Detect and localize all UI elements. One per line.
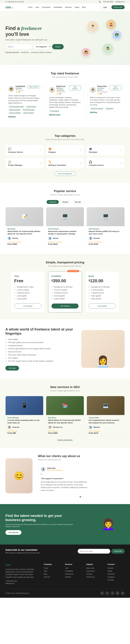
green-cta-content: Find the talent needed to get your busin… [6, 514, 73, 535]
freelancer-tags-2: Proofreading [49, 110, 81, 112]
hero-section: Find a freelancer you'll love Over 2000+… [0, 11, 130, 65]
search-button[interactable]: Search [52, 44, 64, 49]
nav-pages[interactable]: Pages [75, 6, 80, 8]
social-linkedin[interactable]: in [100, 591, 104, 595]
testimonials-image: 😊 [6, 458, 33, 493]
cta-illustration: 👩‍💼 [96, 355, 110, 368]
footer-link-facebook[interactable]: Facebook [107, 573, 114, 575]
social-twitter[interactable]: t [105, 591, 109, 595]
new-service-title-1: A social media marketing video or any em… [8, 419, 41, 424]
cat-plus-dev: + [120, 149, 122, 152]
cat-plus-wt: + [80, 162, 82, 165]
view-service-btn-3[interactable]: View Service [109, 85, 122, 90]
get-started-trial[interactable]: Get Started [14, 304, 41, 308]
get-started-extended[interactable]: Get Started [51, 304, 79, 308]
freelancer-details-2: David Lee Writing & Translation 📍 New Yo… [56, 85, 69, 95]
social-facebook[interactable]: f [110, 591, 114, 595]
category-product-manager[interactable]: 📋 Product Manager + [6, 158, 44, 169]
social-youtube[interactable]: yt [121, 591, 124, 595]
cta-content: A whole world of freelance talent at you… [6, 327, 76, 370]
freelancer-card-3: 👩‍💼 Jenny Kim Customer Service 📍 Los Ang… [87, 82, 124, 121]
popular-tag-animation[interactable]: Animation & Motion Graphics [31, 52, 52, 53]
tag-tech: Technical Writing [8, 112, 22, 114]
footer-link-blog[interactable]: Blog [44, 573, 47, 575]
footer-link-jobs2[interactable]: Jobs [65, 567, 68, 569]
social-instagram[interactable]: ig [116, 591, 119, 595]
freelancer-avatar-3: 👩‍💼 [90, 87, 96, 93]
nav-services[interactable]: Services [65, 6, 72, 8]
nav-home[interactable]: Home [28, 6, 33, 8]
service-tabs: Featured Newest Top rate [6, 200, 124, 204]
view-service-btn-2[interactable]: View Service [69, 85, 81, 90]
footer-link-services[interactable]: Services [44, 576, 50, 578]
category-designer[interactable]: 🎨 Designer + [46, 145, 84, 156]
footer-link-freelancers2[interactable]: Freelancers [86, 570, 95, 572]
nav-candidates[interactable]: Candidates [53, 6, 62, 8]
cat-name-dev: Developer [89, 151, 97, 153]
service-body-3: UX/UI Designer Remote Desktop (RDP) GUI … [87, 226, 124, 247]
nav-blog[interactable]: Blog [82, 6, 86, 8]
footer-link-timeline[interactable]: Timeline [65, 576, 71, 578]
category-select[interactable]: All Categories [33, 44, 51, 49]
post-job-button[interactable]: Post a Job [111, 5, 124, 9]
footer-link-timeline2[interactable]: Timeline [86, 573, 92, 575]
login-button[interactable]: Login [100, 5, 110, 9]
new-service-image-1: 📱 [6, 396, 43, 415]
tab-newest[interactable]: Newest [60, 200, 71, 204]
category-customer-service[interactable]: 💬 Customer Service + [6, 145, 44, 156]
cta-feature-7: 24/7 support [6, 356, 76, 360]
cta-feature-4: Find the right freelancer for your proje… [6, 347, 76, 350]
cat-icon-dev: 💻 [89, 147, 97, 150]
feature-trial-1: Package live for 3 days [14, 286, 41, 288]
get-started-basic[interactable]: Get Started [89, 304, 116, 308]
new-service-price-3: From $170 [89, 432, 122, 434]
categories-title: Top categories [6, 134, 124, 138]
new-service-category-1: Project Manager [8, 417, 41, 418]
footer-link-help[interactable]: Help center [86, 567, 95, 569]
green-cta-button[interactable]: Get Started [6, 530, 21, 535]
new-services-title: New services in SEO [6, 385, 124, 389]
footer-support-links: Help center Freelancers Timeline Freelan… [86, 567, 103, 578]
hero-avatar-4: 👩‍🎨 [102, 43, 114, 54]
newsletter-subscribe-button[interactable]: Subscribe [111, 549, 124, 554]
footer-link-freelancers3[interactable]: Freelancers [86, 576, 95, 578]
category-writing[interactable]: ✏️ Writing & Translation + [46, 158, 84, 169]
footer-link-twitter[interactable]: Twitter [107, 570, 112, 572]
nav-companies[interactable]: Companies [42, 6, 51, 8]
tab-featured[interactable]: Featured [47, 200, 59, 204]
new-service-provider-3: 👤 Marsten [89, 426, 122, 429]
popular-tag-wordpress[interactable]: WordPress, [21, 52, 29, 53]
footer-link-linkedin[interactable]: LinkedIn [107, 567, 113, 569]
cta-feature-5: Save and secure [6, 350, 76, 353]
pricing-price-trial: Free [14, 278, 41, 283]
view-all-categories: View all categories [6, 172, 124, 176]
search-input[interactable] [6, 44, 32, 49]
footer-link-jobs[interactable]: Jobs [44, 570, 47, 572]
service-provider-3: 👤 Evertsm [89, 236, 122, 240]
footer-link-youtube[interactable]: YouTube [107, 579, 114, 581]
cat-content-des: 🎨 Designer [48, 147, 56, 153]
category-customer-service-2[interactable]: 🎧 Customer Service + [86, 158, 124, 169]
footer-link-freelancers[interactable]: Freelancers [65, 573, 74, 575]
view-service-btn-1[interactable]: View Service [27, 85, 40, 89]
tab-top-rate[interactable]: Top rate [72, 200, 83, 204]
service-category-1: Blog Editor [8, 228, 41, 230]
view-all-categories-button[interactable]: View all categories [54, 172, 76, 176]
service-body-2: UX/UI Designer Responsive Squarespace we… [46, 226, 84, 247]
newsletter-input[interactable] [78, 549, 110, 554]
footer-link-instagram[interactable]: Instagram [107, 576, 114, 578]
nav-jobs[interactable]: Jobs [35, 6, 39, 8]
category-developer[interactable]: 💻 Developer + [86, 145, 124, 156]
feature-ext-2: 10 service posting [51, 288, 79, 292]
new-service-title-2: eBook Writer for Professionally Written … [48, 419, 82, 424]
quote-mark: " [41, 473, 89, 477]
cta-start-button[interactable]: Get Start [6, 366, 19, 370]
explore-services-link[interactable]: Explore all services [6, 439, 124, 441]
newsletter-title: Subscribe to our newsletter [6, 548, 40, 552]
reviewer-avatar: 👤 [41, 467, 46, 472]
popular-searches: Popular Searches: WordPress, Animation &… [6, 52, 64, 53]
new-service-body-3: Content Editor Get comprehensive market … [87, 415, 124, 436]
footer-link-home[interactable]: Home [44, 567, 48, 569]
footer-link-candidates[interactable]: Candidates [65, 570, 73, 572]
freelancer-info-2: 👨 David Lee Writing & Translation 📍 New … [49, 85, 69, 95]
